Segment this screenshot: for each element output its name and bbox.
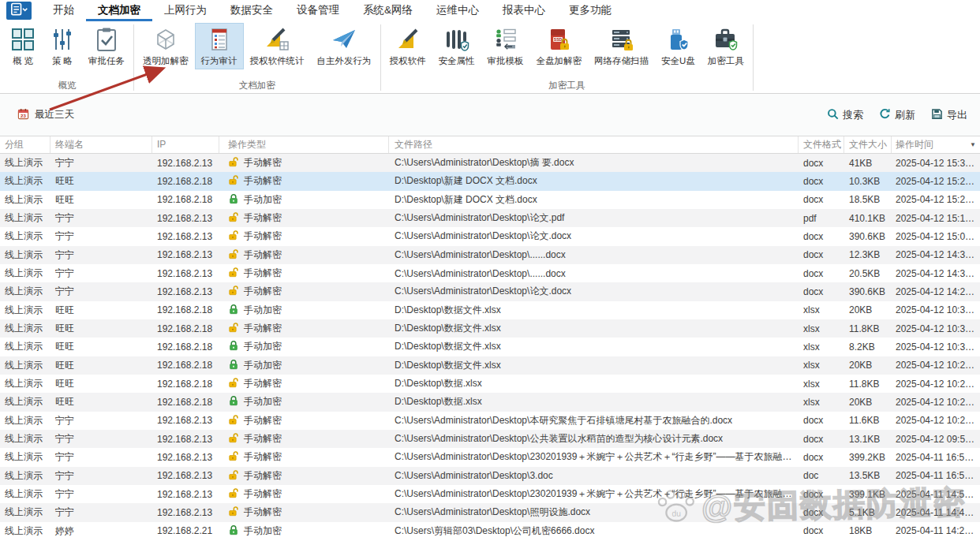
- table-row[interactable]: 线上演示 宁宁 192.168.2.13 手动解密 C:\Users\Admin…: [0, 154, 980, 172]
- cell-file-format: docx: [799, 434, 844, 445]
- outgoing-behavior-button[interactable]: 自主外发行为: [311, 23, 378, 69]
- table-row[interactable]: 线上演示 旺旺 192.168.2.18 手动加密 D:\Desktop\数据.…: [0, 393, 980, 411]
- action-label: 手动解密: [244, 432, 282, 446]
- full-disk-encrypt-button[interactable]: SSD 全盘加解密: [530, 23, 589, 69]
- table-row[interactable]: 线上演示 宁宁 192.168.2.13 手动解密 C:\Users\Admin…: [0, 412, 980, 430]
- table-header: 分组 终端名 IP 操作类型 文件路径 文件格式 文件大小 操作时间 ▼: [0, 136, 980, 154]
- tab-data-security[interactable]: 数据安全: [219, 0, 285, 21]
- audit-list-icon: [206, 26, 233, 53]
- cube-icon: [152, 26, 179, 53]
- lock-icon: [228, 174, 239, 188]
- cell-group: 线上演示: [0, 359, 50, 372]
- table-row[interactable]: 线上演示 宁宁 192.168.2.13 手动解密 C:\Users\Admin…: [0, 282, 980, 300]
- date-range-label: 最近三天: [35, 108, 74, 121]
- column-header-operation-time[interactable]: 操作时间 ▼: [892, 136, 980, 153]
- column-header-group[interactable]: 分组: [0, 136, 50, 153]
- tab-ops-center[interactable]: 运维中心: [425, 0, 491, 21]
- licensed-software-stats-button[interactable]: 授权软件统计: [244, 23, 311, 69]
- cell-action-type: 手动加密: [219, 524, 389, 538]
- cell-action-type: 手动解密: [219, 285, 389, 298]
- cell-file-size: 390.6KB: [844, 231, 892, 242]
- cell-terminal: 宁宁: [50, 432, 152, 446]
- action-label: 手动解密: [244, 229, 282, 243]
- tab-system-network[interactable]: 系统&网络: [351, 0, 425, 21]
- cell-terminal: 旺旺: [50, 340, 152, 353]
- clipboard-check-icon: [93, 26, 120, 53]
- table-row[interactable]: 线上演示 宁宁 192.168.2.13 手动解密 C:\Users\Admin…: [0, 227, 980, 245]
- table-row[interactable]: 线上演示 宁宁 192.168.2.13 手动解密 C:\Users\Admin…: [0, 430, 980, 448]
- app-menu-icon: [9, 2, 29, 21]
- tab-home[interactable]: 开始: [41, 0, 86, 21]
- cell-ip: 192.168.2.18: [152, 360, 219, 371]
- column-header-file-size[interactable]: 文件大小: [844, 136, 892, 153]
- cell-operation-time: 2025-04-11 16:59:48: [892, 452, 980, 463]
- cell-file-size: 11.8KB: [844, 379, 892, 390]
- action-label: 手动解密: [244, 414, 282, 427]
- table-row[interactable]: 线上演示 宁宁 192.168.2.13 手动解密 C:\Users\Admin…: [0, 209, 980, 227]
- table-row[interactable]: 线上演示 婷婷 192.168.2.21 手动加密 C:\Users\剪辑部03…: [0, 522, 980, 540]
- search-button[interactable]: 搜索: [827, 108, 863, 122]
- lock-icon: [228, 506, 239, 519]
- lock-icon: [228, 414, 239, 427]
- cell-file-size: 18KB: [844, 525, 892, 536]
- approval-template-button[interactable]: 审批模板: [481, 23, 530, 69]
- cell-ip: 192.168.2.13: [152, 452, 219, 463]
- licensed-software-button[interactable]: 授权软件: [383, 23, 432, 69]
- date-range-filter[interactable]: 23 最近三天: [17, 108, 74, 122]
- overview-button[interactable]: 概 览: [3, 23, 43, 69]
- cell-file-path: D:\Desktop\新建 DOCX 文档.docx: [389, 193, 799, 207]
- approval-tasks-button[interactable]: 审批任务: [82, 23, 131, 69]
- security-attributes-button[interactable]: 安全属性: [432, 23, 481, 69]
- tab-document-encryption[interactable]: 文档加密: [86, 0, 152, 21]
- table-row[interactable]: 线上演示 旺旺 192.168.2.18 手动解密 D:\Desktop\数据.…: [0, 375, 980, 393]
- cell-file-path: D:\Desktop\数据文件.xlsx: [389, 340, 799, 353]
- table-row[interactable]: 线上演示 旺旺 192.168.2.18 手动加密 D:\Desktop\数据文…: [0, 356, 980, 375]
- column-header-file-format[interactable]: 文件格式: [799, 136, 844, 153]
- table-row[interactable]: 线上演示 旺旺 192.168.2.18 手动解密 D:\Desktop\数据文…: [0, 319, 980, 338]
- network-storage-scan-label: 网络存储扫描: [594, 55, 649, 67]
- table-row[interactable]: 线上演示 宁宁 192.168.2.13 手动解密 C:\Users\Admin…: [0, 246, 980, 264]
- lock-icon: [228, 156, 239, 170]
- column-header-ip[interactable]: IP: [152, 136, 219, 153]
- lock-icon: [228, 248, 239, 262]
- network-storage-scan-button[interactable]: 网络存储扫描: [588, 23, 655, 69]
- cell-ip: 192.168.2.21: [152, 525, 219, 536]
- cell-file-format: docx: [799, 507, 844, 518]
- tab-web-behavior[interactable]: 上网行为: [152, 0, 219, 21]
- secure-usb-button[interactable]: 安全U盘: [655, 23, 701, 69]
- cell-file-size: 10.3KB: [844, 176, 892, 187]
- table-row[interactable]: 线上演示 宁宁 192.168.2.13 手动解密 C:\Users\Admin…: [0, 467, 980, 485]
- transparent-encrypt-button[interactable]: 透明加解密: [137, 23, 195, 69]
- tab-device-management[interactable]: 设备管理: [285, 0, 351, 21]
- cell-terminal: 旺旺: [50, 359, 152, 372]
- table-row[interactable]: 线上演示 旺旺 192.168.2.18 手动解密 D:\Desktop\新建 …: [0, 172, 980, 190]
- policy-button[interactable]: 策 略: [43, 23, 82, 69]
- app-menu-button[interactable]: [6, 2, 32, 20]
- tab-report-center[interactable]: 报表中心: [491, 0, 557, 21]
- column-header-file-path[interactable]: 文件路径: [389, 136, 799, 153]
- table-row[interactable]: 线上演示 宁宁 192.168.2.13 手动解密 C:\Users\Admin…: [0, 503, 980, 521]
- cell-operation-time: 2025-04-12 15:27:39: [892, 176, 980, 187]
- table-row[interactable]: 线上演示 旺旺 192.168.2.18 手动加密 D:\Desktop\数据文…: [0, 301, 980, 319]
- cell-terminal: 宁宁: [50, 211, 152, 225]
- cell-file-path: D:\Desktop\数据文件.xlsx: [389, 304, 799, 317]
- approval-tasks-label: 审批任务: [88, 55, 125, 67]
- export-button[interactable]: 导出: [931, 108, 967, 122]
- encryption-tools-label: 加密工具: [708, 55, 744, 67]
- column-filter-caret-icon[interactable]: ▼: [970, 142, 976, 148]
- cell-action-type: 手动解密: [219, 267, 389, 280]
- table-row[interactable]: 线上演示 旺旺 192.168.2.18 手动加密 D:\Desktop\数据文…: [0, 338, 980, 356]
- column-header-terminal[interactable]: 终端名: [50, 136, 152, 153]
- table-row[interactable]: 线上演示 宁宁 192.168.2.13 手动解密 C:\Users\Admin…: [0, 264, 980, 282]
- encryption-tools-button[interactable]: 加密工具: [701, 23, 750, 69]
- table-row[interactable]: 线上演示 旺旺 192.168.2.18 手动加密 D:\Desktop\新建 …: [0, 191, 980, 209]
- column-header-action-type[interactable]: 操作类型: [219, 136, 389, 153]
- full-disk-encrypt-label: 全盘加解密: [537, 55, 582, 67]
- behavior-audit-button[interactable]: 行为审计: [195, 23, 244, 69]
- tab-more-features[interactable]: 更多功能: [557, 0, 623, 21]
- refresh-button[interactable]: 刷新: [879, 108, 915, 122]
- usb-shield-icon: [664, 26, 691, 53]
- table-row[interactable]: 线上演示 宁宁 192.168.2.13 手动解密 C:\Users\Admin…: [0, 448, 980, 466]
- table-row[interactable]: 线上演示 宁宁 192.168.2.13 手动解密 C:\Users\Admin…: [0, 485, 980, 503]
- cell-file-size: 20KB: [844, 304, 892, 315]
